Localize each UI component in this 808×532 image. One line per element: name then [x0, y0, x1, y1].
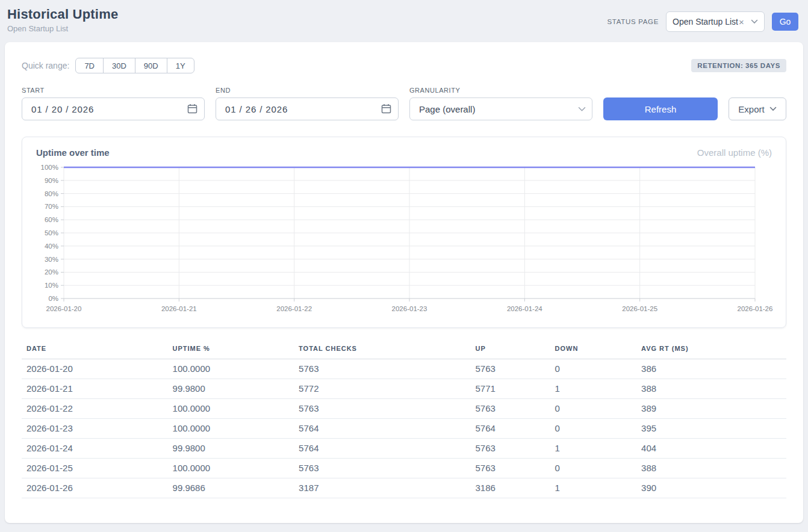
table-cell: 100.0000 [168, 359, 294, 379]
calendar-icon[interactable] [187, 104, 197, 114]
table-cell: 5763 [470, 459, 550, 478]
table-cell: 3186 [470, 478, 550, 498]
table-row: 2026-01-2499.9800576457631404 [22, 439, 786, 459]
table-cell: 5764 [294, 439, 470, 459]
table-cell: 1 [550, 478, 637, 498]
table-cell: 390 [636, 478, 786, 498]
table-cell: 99.9800 [168, 379, 294, 399]
start-date-input[interactable] [22, 97, 205, 120]
table-row: 2026-01-22100.0000576357630389 [22, 399, 786, 419]
table-cell: 2026-01-20 [22, 359, 168, 379]
column-header: DOWN [550, 342, 637, 359]
table-cell: 5763 [294, 399, 470, 419]
clear-icon[interactable]: × [739, 17, 744, 26]
granularity-select[interactable]: Page (overall) [409, 97, 592, 120]
table-cell: 388 [636, 459, 786, 478]
go-button[interactable]: Go [772, 13, 798, 31]
table-cell: 2026-01-23 [22, 419, 168, 439]
granularity-label: GRANULARITY [409, 87, 592, 94]
quick-range-row: Quick range: 7D30D90D1Y RETENTION: 365 D… [22, 58, 786, 73]
column-header: TOTAL CHECKS [294, 342, 470, 359]
export-button[interactable]: Export [729, 97, 786, 120]
end-label: END [216, 87, 399, 94]
status-page-label: STATUS PAGE [607, 18, 659, 25]
quick-range-7d-button[interactable]: 7D [75, 58, 104, 73]
page-subtitle: Open Startup List [7, 24, 118, 33]
table-cell: 395 [636, 419, 786, 439]
svg-text:2026-01-22: 2026-01-22 [276, 305, 312, 312]
table-cell: 2026-01-22 [22, 399, 168, 419]
table-cell: 0 [550, 399, 637, 419]
table-cell: 388 [636, 379, 786, 399]
table-cell: 5772 [294, 379, 470, 399]
table-cell: 99.9686 [168, 478, 294, 498]
svg-text:90%: 90% [45, 177, 58, 184]
svg-text:0%: 0% [48, 295, 58, 302]
column-header: UP [470, 342, 550, 359]
table-cell: 100.0000 [168, 419, 294, 439]
table-cell: 5763 [470, 439, 550, 459]
quick-range-1y-button[interactable]: 1Y [167, 58, 194, 73]
table-cell: 99.9800 [168, 439, 294, 459]
chart-legend: Overall uptime (%) [697, 147, 772, 158]
table-cell: 5763 [470, 359, 550, 379]
uptime-table: DATEUPTIME %TOTAL CHECKSUPDOWNAVG RT (MS… [22, 342, 786, 498]
status-page-select-value: Open Startup List [673, 17, 738, 26]
table-cell: 2026-01-26 [22, 478, 168, 498]
granularity-field: GRANULARITY Page (overall) [409, 87, 592, 120]
page-header: Historical Uptime Open Startup List STAT… [0, 0, 808, 42]
export-button-label: Export [738, 104, 764, 114]
refresh-button[interactable]: Refresh [603, 97, 718, 120]
table-cell: 0 [550, 459, 637, 478]
quick-range-90d-button[interactable]: 90D [135, 58, 167, 73]
svg-text:60%: 60% [45, 216, 58, 223]
table-cell: 2026-01-24 [22, 439, 168, 459]
table-row: 2026-01-20100.0000576357630386 [22, 359, 786, 379]
uptime-line-chart: 2026-01-202026-01-212026-01-222026-01-23… [36, 161, 775, 317]
filters-row: START END GRANULARITY Page (overall) Ref… [22, 87, 786, 120]
svg-text:2026-01-24: 2026-01-24 [507, 305, 542, 312]
table-cell: 5771 [470, 379, 550, 399]
header-controls: STATUS PAGE Open Startup List× Go [607, 11, 798, 32]
end-date-input[interactable] [216, 97, 399, 120]
status-page-select[interactable]: Open Startup List× [666, 11, 765, 32]
svg-text:70%: 70% [45, 203, 58, 210]
table-cell: 389 [636, 399, 786, 419]
table-cell: 386 [636, 359, 786, 379]
svg-text:80%: 80% [45, 190, 58, 197]
table-cell: 404 [636, 439, 786, 459]
table-cell: 5763 [294, 359, 470, 379]
table-cell: 2026-01-21 [22, 379, 168, 399]
svg-text:100%: 100% [41, 164, 58, 171]
retention-badge: RETENTION: 365 DAYS [691, 59, 786, 72]
uptime-chart-card: Uptime over time Overall uptime (%) 2026… [22, 137, 786, 328]
end-date-field: END [216, 87, 399, 120]
column-header: DATE [22, 342, 168, 359]
table-cell: 2026-01-25 [22, 459, 168, 478]
svg-text:20%: 20% [45, 268, 58, 276]
table-cell: 1 [550, 379, 637, 399]
svg-text:2026-01-26: 2026-01-26 [738, 305, 773, 312]
svg-text:2026-01-23: 2026-01-23 [392, 305, 427, 312]
chart-title: Uptime over time [36, 147, 110, 158]
column-header: AVG RT (MS) [636, 342, 786, 359]
table-row: 2026-01-2699.9686318731861390 [22, 478, 786, 498]
column-header: UPTIME % [168, 342, 294, 359]
table-row: 2026-01-25100.0000576357630388 [22, 459, 786, 478]
start-date-field: START [22, 87, 205, 120]
uptime-chart: 2026-01-202026-01-212026-01-222026-01-23… [36, 161, 772, 319]
calendar-icon[interactable] [381, 104, 391, 114]
table-cell: 100.0000 [168, 399, 294, 419]
page-title: Historical Uptime [7, 7, 118, 22]
quick-range-30d-button[interactable]: 30D [103, 58, 135, 73]
table-cell: 5764 [294, 419, 470, 439]
table-header-row: DATEUPTIME %TOTAL CHECKSUPDOWNAVG RT (MS… [22, 342, 786, 359]
table-row: 2026-01-23100.0000576457640395 [22, 419, 786, 439]
chevron-down-icon [578, 107, 586, 112]
start-label: START [22, 87, 205, 94]
svg-text:30%: 30% [45, 256, 58, 263]
table-body: 2026-01-20100.00005763576303862026-01-21… [22, 359, 786, 498]
table-row: 2026-01-2199.9800577257711388 [22, 379, 786, 399]
quick-range-label: Quick range: [22, 61, 69, 70]
quick-range-group: 7D30D90D1Y [75, 58, 194, 73]
